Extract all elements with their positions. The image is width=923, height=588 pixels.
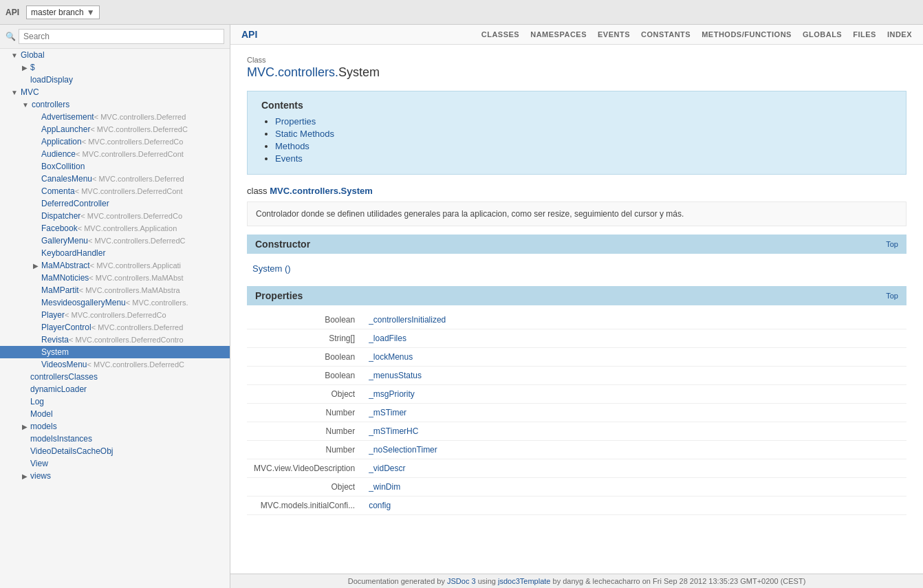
tree-item-facebook[interactable]: Facebook < MVC.controllers.Application xyxy=(0,222,230,235)
jsdoc-link[interactable]: JSDoc 3 xyxy=(447,577,476,585)
nav-link-methods-functions[interactable]: METHODS/FUNCTIONS xyxy=(702,30,792,39)
prop-link[interactable]: _lockMenus xyxy=(369,352,413,362)
tree-item-boxcollition[interactable]: BoxCollition xyxy=(0,160,230,173)
tree-link-keyboardhandler[interactable]: KeyboardHandler xyxy=(41,248,105,258)
tree-link-deferredcontroller[interactable]: DeferredController xyxy=(41,199,109,208)
tree-item-deferredcontroller[interactable]: DeferredController xyxy=(0,197,230,210)
tree-item-revista[interactable]: Revista < MVC.controllers.DeferredContro xyxy=(0,334,230,346)
template-link[interactable]: jsdoc3Template xyxy=(498,577,550,585)
prop-link[interactable]: _winDim xyxy=(369,482,400,492)
nav-link-constants[interactable]: CONSTANTS xyxy=(641,30,691,39)
tree-link-facebook[interactable]: Facebook xyxy=(41,224,78,233)
tree-item-log[interactable]: Log xyxy=(0,395,230,408)
tree-item-mvc[interactable]: ▼MVC xyxy=(0,86,230,98)
tree-item-audience[interactable]: Audience < MVC.controllers.DeferredCont xyxy=(0,148,230,160)
tree-link-mamabstract[interactable]: MaMAbstract xyxy=(41,261,90,270)
tree-link-gallerymenu[interactable]: GalleryMenu xyxy=(41,236,88,246)
tree-item-keyboardhandler[interactable]: KeyboardHandler xyxy=(0,247,230,259)
tree-item-models[interactable]: ▶models xyxy=(0,420,230,433)
tree-link-applauncher[interactable]: AppLauncher xyxy=(41,124,90,134)
tree-item-dollar[interactable]: ▶$ xyxy=(0,61,230,74)
prop-link[interactable]: _vidDescr xyxy=(369,464,405,473)
tree-link-mesvideogallerymenu[interactable]: MesvideosgalleryMenu xyxy=(41,298,126,307)
tree-link-boxcollition[interactable]: BoxCollition xyxy=(41,162,85,171)
properties-top-link[interactable]: Top xyxy=(886,292,898,300)
tree-item-comenta[interactable]: Comenta < MVC.controllers.DeferredCont xyxy=(0,185,230,197)
nav-link-events[interactable]: EVENTS xyxy=(598,30,630,39)
search-input[interactable] xyxy=(19,29,224,44)
tree-item-mampartit[interactable]: MaMPartit < MVC.controllers.MaMAbstra xyxy=(0,284,230,296)
prop-link[interactable]: _loadFiles xyxy=(369,334,406,343)
tree-item-videodetailscacheobj[interactable]: VideoDetailsCacheObj xyxy=(0,445,230,457)
tree-item-dynamicloader[interactable]: dynamicLoader xyxy=(0,383,230,395)
tree-link-log[interactable]: Log xyxy=(30,397,44,406)
tree-item-mesvideogallerymenu[interactable]: MesvideosgalleryMenu < MVC.controllers. xyxy=(0,296,230,309)
contents-link-properties[interactable]: Properties xyxy=(275,116,316,127)
tree-item-controllers[interactable]: ▼controllers xyxy=(0,98,230,111)
prop-link[interactable]: _mSTimerHC xyxy=(369,426,418,436)
tree-link-mvc[interactable]: MVC xyxy=(21,87,39,97)
tree-link-controllersclasses[interactable]: controllersClasses xyxy=(30,372,98,382)
tree-link-dispatcher[interactable]: Dispatcher xyxy=(41,211,80,221)
tree-item-system[interactable]: System xyxy=(0,346,230,358)
tree-link-player[interactable]: Player xyxy=(41,310,65,320)
contents-link-methods[interactable]: Methods xyxy=(275,141,310,151)
tree-item-view[interactable]: View xyxy=(0,457,230,470)
tree-item-mamnoticies[interactable]: MaMNoticies < MVC.controllers.MaMAbst xyxy=(0,272,230,284)
tree-link-videodetailscacheobj[interactable]: VideoDetailsCacheObj xyxy=(30,446,113,456)
tree-item-views[interactable]: ▶views xyxy=(0,470,230,482)
tree-link-audience[interactable]: Audience xyxy=(41,149,76,159)
nav-link-globals[interactable]: GLOBALS xyxy=(803,30,842,39)
tree-link-canalesmenu[interactable]: CanalesMenu xyxy=(41,174,92,184)
tree-item-controllersclasses[interactable]: controllersClasses xyxy=(0,371,230,383)
tree-item-loadDisplay[interactable]: loadDisplay xyxy=(0,74,230,86)
nav-link-index[interactable]: INDEX xyxy=(887,30,912,39)
contents-link-static-methods[interactable]: Static Methods xyxy=(275,129,334,139)
nav-link-classes[interactable]: CLASSES xyxy=(481,30,519,39)
tree-item-applauncher[interactable]: AppLauncher < MVC.controllers.DeferredC xyxy=(0,123,230,135)
tree-item-mamabstract[interactable]: ▶MaMAbstract < MVC.controllers.Applicati xyxy=(0,259,230,272)
tree-item-modelsinstances[interactable]: modelsInstances xyxy=(0,433,230,445)
tree-link-views[interactable]: views xyxy=(30,471,51,481)
tree-link-revista[interactable]: Revista xyxy=(41,335,69,345)
tree-link-advertisement[interactable]: Advertisement xyxy=(41,112,94,122)
tree-link-controllers[interactable]: controllers xyxy=(32,100,69,109)
tree-link-modelsinstances[interactable]: modelsInstances xyxy=(30,434,92,444)
prop-link[interactable]: _noSelectionTimer xyxy=(369,445,437,455)
tree-link-mamnoticies[interactable]: MaMNoticies xyxy=(41,273,89,283)
tree-link-videosmenu[interactable]: VideosMenu xyxy=(41,360,87,369)
contents-link-events[interactable]: Events xyxy=(275,153,303,164)
tree-link-view[interactable]: View xyxy=(30,459,48,468)
prop-link[interactable]: _msgPriority xyxy=(369,389,415,399)
tree-item-dispatcher[interactable]: Dispatcher < MVC.controllers.DeferredCo xyxy=(0,210,230,222)
constructor-top-link[interactable]: Top xyxy=(886,240,898,248)
tree-item-application[interactable]: Application < MVC.controllers.DeferredCo xyxy=(0,135,230,148)
tree-link-playercontrol[interactable]: PlayerControl xyxy=(41,323,91,332)
tree-item-model[interactable]: Model xyxy=(0,408,230,420)
tree-link-loadDisplay[interactable]: loadDisplay xyxy=(30,75,73,85)
tree-item-player[interactable]: Player < MVC.controllers.DeferredCo xyxy=(0,309,230,321)
tree-link-model[interactable]: Model xyxy=(30,409,53,419)
tree-item-advertisement[interactable]: Advertisement < MVC.controllers.Deferred xyxy=(0,111,230,123)
tree-item-canalesmenu[interactable]: CanalesMenu < MVC.controllers.Deferred xyxy=(0,173,230,185)
nav-link-files[interactable]: FILES xyxy=(853,30,876,39)
tree-item-global[interactable]: ▼Global xyxy=(0,49,230,61)
tree-link-dynamicloader[interactable]: dynamicLoader xyxy=(30,384,87,394)
prop-link[interactable]: _menusStatus xyxy=(369,371,422,380)
tree-item-playercontrol[interactable]: PlayerControl < MVC.controllers.Deferred xyxy=(0,321,230,334)
branch-selector[interactable]: master branch ▼ xyxy=(26,6,100,19)
tree-link-application[interactable]: Application xyxy=(41,137,82,146)
prop-link[interactable]: config xyxy=(369,501,391,510)
tree-link-global[interactable]: Global xyxy=(21,50,45,60)
tree-item-videosmenu[interactable]: VideosMenu < MVC.controllers.DeferredC xyxy=(0,358,230,371)
prop-link[interactable]: _controllersInitialized xyxy=(369,315,446,325)
constructor-link[interactable]: System () xyxy=(252,263,291,274)
tree-link-models[interactable]: models xyxy=(30,422,57,431)
tree-item-gallerymenu[interactable]: GalleryMenu < MVC.controllers.DeferredC xyxy=(0,235,230,247)
nav-link-namespaces[interactable]: NAMESPACES xyxy=(530,30,587,39)
tree-link-comenta[interactable]: Comenta xyxy=(41,186,75,196)
tree-container[interactable]: ▼Global▶$loadDisplay▼MVC▼controllersAdve… xyxy=(0,49,230,588)
tree-link-mampartit[interactable]: MaMPartit xyxy=(41,285,79,295)
prop-link[interactable]: _mSTimer xyxy=(369,408,406,417)
tree-link-dollar[interactable]: $ xyxy=(30,63,35,72)
